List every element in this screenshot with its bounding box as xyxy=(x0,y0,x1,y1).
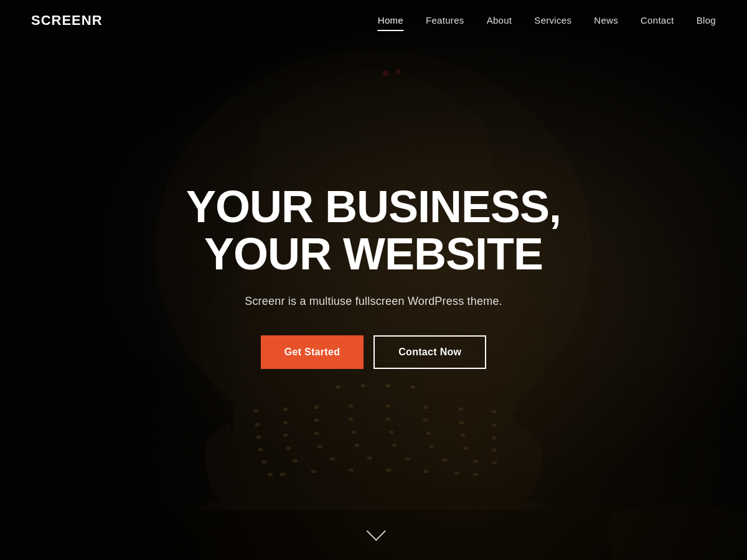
contact-now-button[interactable]: Contact Now xyxy=(374,335,486,369)
nav-item-home[interactable]: Home xyxy=(378,15,403,26)
brand-logo: SCREENR xyxy=(31,12,103,29)
nav-item-blog[interactable]: Blog xyxy=(697,15,716,26)
hero-content: YOUR BUSINESS, YOUR WEBSITE Screenr is a… xyxy=(125,184,622,369)
nav-link-home[interactable]: Home xyxy=(378,15,403,26)
nav-item-features[interactable]: Features xyxy=(426,15,464,26)
nav-links: Home Features About Services News Contac… xyxy=(378,15,716,26)
hero-section: SCREENR Home Features About Services New… xyxy=(0,0,747,560)
nav-item-news[interactable]: News xyxy=(594,15,618,26)
nav-item-services[interactable]: Services xyxy=(534,15,571,26)
hero-subtitle: Screenr is a multiuse fullscreen WordPre… xyxy=(125,295,622,308)
hero-buttons: Get Started Contact Now xyxy=(125,335,622,369)
nav-item-contact[interactable]: Contact xyxy=(641,15,674,26)
scroll-indicator[interactable] xyxy=(364,528,383,540)
nav-item-about[interactable]: About xyxy=(487,15,512,26)
get-started-button[interactable]: Get Started xyxy=(261,335,364,369)
nav-link-blog[interactable]: Blog xyxy=(697,15,716,26)
nav-link-services[interactable]: Services xyxy=(534,15,571,26)
nav-link-features[interactable]: Features xyxy=(426,15,464,26)
nav-link-about[interactable]: About xyxy=(487,15,512,26)
hero-title: YOUR BUSINESS, YOUR WEBSITE xyxy=(125,184,622,278)
navbar: SCREENR Home Features About Services New… xyxy=(0,0,747,41)
chevron-down-icon xyxy=(364,528,383,540)
nav-link-news[interactable]: News xyxy=(594,15,618,26)
nav-link-contact[interactable]: Contact xyxy=(641,15,674,26)
